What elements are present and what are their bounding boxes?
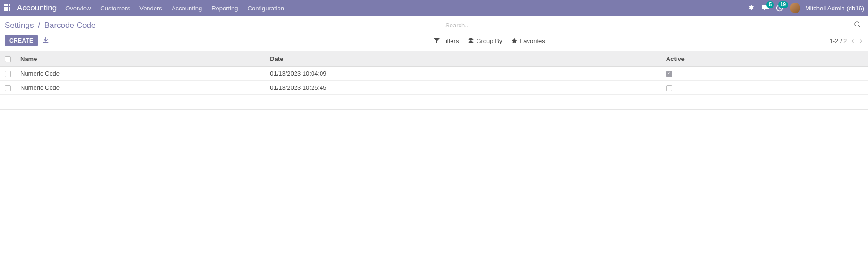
- search-input[interactable]: [443, 20, 863, 31]
- pager-range[interactable]: 1-2 / 2: [829, 37, 847, 44]
- table-row[interactable]: Numeric Code01/13/2023 10:25:45: [0, 81, 868, 95]
- user-label: Mitchell Admin (db16): [805, 5, 864, 12]
- cell-date: 01/13/2023 10:25:45: [265, 81, 661, 95]
- pager: 1-2 / 2 ‹ ›: [829, 36, 863, 45]
- column-header-name[interactable]: Name: [16, 51, 265, 67]
- filters-label: Filters: [442, 37, 459, 44]
- favorites-button[interactable]: Favorites: [512, 37, 545, 44]
- breadcrumb: Settings / Barcode Code: [5, 21, 434, 30]
- debug-icon[interactable]: [747, 4, 755, 12]
- create-button[interactable]: CREATE: [5, 35, 38, 46]
- list-table: Name Date Active Numeric Code01/13/2023 …: [0, 51, 868, 95]
- search-icon[interactable]: [854, 21, 861, 28]
- row-checkbox[interactable]: [5, 71, 11, 77]
- nav-item-accounting[interactable]: Accounting: [172, 5, 202, 12]
- messages-icon[interactable]: 5: [762, 4, 769, 12]
- messages-badge: 5: [766, 1, 774, 8]
- avatar: [790, 3, 800, 13]
- active-checkbox[interactable]: [666, 71, 672, 77]
- nav-item-vendors[interactable]: Vendors: [139, 5, 162, 12]
- table-footer-line: [0, 109, 868, 110]
- nav-item-customers[interactable]: Customers: [100, 5, 130, 12]
- nav-item-overview[interactable]: Overview: [65, 5, 91, 12]
- cell-date: 01/13/2023 10:04:09: [265, 67, 661, 81]
- cell-active: [661, 67, 868, 81]
- layers-icon: [468, 38, 474, 43]
- activities-badge: 19: [778, 1, 788, 8]
- groupby-button[interactable]: Group By: [468, 37, 502, 44]
- pager-next-icon[interactable]: ›: [859, 36, 863, 45]
- groupby-label: Group By: [476, 37, 502, 44]
- row-checkbox[interactable]: [5, 85, 11, 91]
- breadcrumb-separator: /: [38, 21, 40, 30]
- pager-prev-icon[interactable]: ‹: [851, 36, 855, 45]
- column-header-date[interactable]: Date: [265, 51, 661, 67]
- nav-menu: Overview Customers Vendors Accounting Re…: [65, 5, 284, 12]
- svg-line-2: [859, 26, 860, 27]
- nav-item-reporting[interactable]: Reporting: [211, 5, 238, 12]
- nav-item-configuration[interactable]: Configuration: [248, 5, 284, 12]
- select-all-checkbox[interactable]: [5, 56, 11, 62]
- app-name[interactable]: Accounting: [17, 3, 57, 13]
- column-header-active[interactable]: Active: [661, 51, 868, 67]
- apps-launcher-icon[interactable]: [4, 4, 11, 12]
- svg-point-1: [855, 22, 859, 26]
- favorites-label: Favorites: [520, 37, 545, 44]
- cell-name: Numeric Code: [16, 81, 265, 95]
- download-icon[interactable]: [43, 37, 49, 45]
- top-navbar: Accounting Overview Customers Vendors Ac…: [0, 0, 868, 16]
- breadcrumb-current: Barcode Code: [44, 21, 96, 30]
- star-icon: [512, 38, 517, 43]
- filters-button[interactable]: Filters: [434, 37, 459, 44]
- table-row[interactable]: Numeric Code01/13/2023 10:04:09: [0, 67, 868, 81]
- cell-name: Numeric Code: [16, 67, 265, 81]
- activities-icon[interactable]: 19: [776, 4, 783, 12]
- active-checkbox[interactable]: [666, 85, 672, 91]
- cell-active: [661, 81, 868, 95]
- user-menu[interactable]: Mitchell Admin (db16): [790, 3, 864, 13]
- filter-icon: [434, 38, 440, 43]
- breadcrumb-parent[interactable]: Settings: [5, 21, 34, 30]
